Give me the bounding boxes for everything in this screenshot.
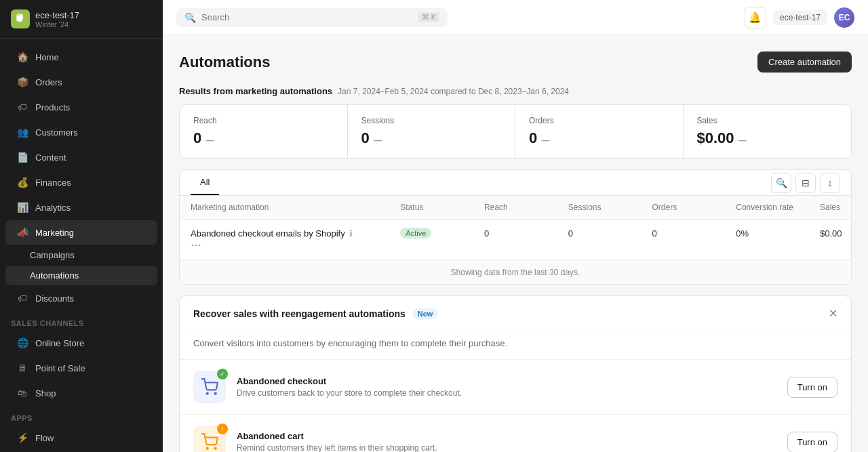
svg-point-1	[215, 393, 216, 394]
store-indicator: ece-test-17	[773, 10, 827, 25]
store-name: ece-test-17	[35, 10, 79, 20]
results-header: Results from marketing automations Jan 7…	[179, 86, 852, 96]
table-footer-note: Showing data from the last 30 days.	[180, 260, 851, 284]
page-body: Automations Create automation Results fr…	[163, 35, 868, 452]
automation-item-desc: Drive customers back to your store to co…	[237, 388, 776, 398]
automation-item-cart: ! Abandoned cart Remind customers they l…	[180, 414, 851, 452]
metric-reach: Reach 0 —	[180, 105, 348, 158]
checkout-badge: ✓	[217, 369, 228, 379]
bell-icon: 🔔	[749, 12, 762, 24]
filter-icon: ⊟	[802, 178, 810, 188]
sidebar-nav: 🏠 Home 📦 Orders 🏷 Products 👥 Customers 📄…	[0, 39, 163, 452]
avatar[interactable]: EC	[834, 7, 854, 28]
create-automation-button[interactable]: Create automation	[757, 52, 852, 73]
metric-reach-value: 0 —	[193, 129, 334, 147]
metric-sessions-compare: —	[374, 136, 382, 145]
search-bar[interactable]: 🔍 ⌘ K	[176, 8, 448, 27]
sidebar-item-flow[interactable]: ⚡ Flow	[5, 426, 157, 450]
products-icon: 🏷	[16, 101, 28, 113]
sort-button[interactable]: ↕	[820, 173, 840, 193]
sidebar-item-campaigns[interactable]: Campaigns	[5, 245, 157, 265]
sidebar-item-shop[interactable]: 🛍 Shop	[5, 381, 157, 405]
sidebar-sub-label: Automations	[30, 270, 79, 281]
table-filter-group: 🔍 ⊟ ↕	[771, 173, 840, 193]
sidebar-item-content[interactable]: 📄 Content	[5, 145, 157, 169]
sidebar-item-label: Shop	[35, 388, 56, 398]
info-icon[interactable]: ℹ	[349, 228, 353, 239]
analytics-icon: 📊	[16, 201, 28, 213]
automation-info-cart: Abandoned cart Remind customers they lef…	[237, 431, 776, 452]
metric-orders: Orders 0 —	[515, 105, 684, 158]
sidebar-item-customers[interactable]: 👥 Customers	[5, 120, 157, 144]
sidebar-item-automations[interactable]: Automations	[5, 266, 157, 285]
turn-on-cart-button[interactable]: Turn on	[787, 432, 837, 453]
shop-icon: 🛍	[16, 387, 28, 399]
metric-sessions-value: 0 —	[361, 129, 502, 147]
recover-title-group: Recover sales with reengagement automati…	[193, 308, 438, 319]
metric-reach-label: Reach	[193, 116, 334, 125]
sidebar: ece-test-17 Winter '24 🏠 Home 📦 Orders 🏷…	[0, 0, 163, 452]
tab-all[interactable]: All	[191, 170, 219, 195]
col-reach: Reach	[484, 203, 568, 212]
sidebar-item-discounts[interactable]: 🏷 Discounts	[5, 286, 157, 310]
automation-item-title: Abandoned cart	[237, 431, 776, 441]
automations-table: Marketing automation Status Reach Sessio…	[179, 195, 852, 285]
recover-card: Recover sales with reengagement automati…	[179, 295, 852, 452]
results-date: Jan 7, 2024–Feb 5, 2024 compared to Dec …	[338, 87, 569, 96]
sales-channels-label: Sales channels	[0, 311, 163, 330]
sidebar-item-label: Home	[35, 52, 59, 62]
search-icon: 🔍	[776, 178, 787, 188]
search-input[interactable]	[201, 12, 413, 22]
automation-item-checkout: ✓ Abandoned checkout Drive customers bac…	[180, 359, 851, 414]
automation-sales: $0.00	[820, 228, 840, 239]
marketing-icon: 📣	[16, 226, 28, 239]
search-icon: 🔍	[184, 12, 196, 23]
sidebar-item-online-store[interactable]: 🌐 Online Store	[5, 331, 157, 355]
shopify-logo-icon	[11, 9, 30, 28]
col-sessions: Sessions	[568, 203, 652, 212]
sidebar-item-label: Finances	[35, 178, 71, 188]
metric-orders-label: Orders	[529, 116, 669, 125]
metric-orders-value: 0 —	[529, 129, 669, 147]
metric-sales-value: $0.00 —	[697, 129, 838, 147]
store-badge: Winter '24	[35, 20, 79, 28]
notification-button[interactable]: 🔔	[745, 7, 766, 28]
automation-conversion: 0%	[736, 228, 820, 239]
sidebar-item-analytics[interactable]: 📊 Analytics	[5, 195, 157, 220]
sidebar-item-point-of-sale[interactable]: 🖥 Point of Sale	[5, 356, 157, 380]
svg-point-2	[207, 448, 208, 449]
col-orders: Orders	[652, 203, 736, 212]
sidebar-item-orders[interactable]: 📦 Orders	[5, 70, 157, 94]
home-icon: 🏠	[16, 51, 28, 63]
tab-group: All	[191, 170, 219, 195]
sidebar-item-products[interactable]: 🏷 Products	[5, 95, 157, 119]
row-more-button[interactable]: ⋯	[191, 239, 400, 251]
topbar: 🔍 ⌘ K 🔔 ece-test-17 EC	[163, 0, 868, 35]
content-icon: 📄	[16, 151, 28, 163]
sidebar-logo[interactable]: ece-test-17 Winter '24	[0, 0, 163, 39]
recover-close-button[interactable]: ✕	[829, 307, 837, 320]
table-header: Marketing automation Status Reach Sessio…	[180, 196, 851, 220]
sidebar-item-marketing[interactable]: 📣 Marketing	[5, 220, 157, 245]
metric-sessions-label: Sessions	[361, 116, 502, 125]
sidebar-item-home[interactable]: 🏠 Home	[5, 45, 157, 69]
new-badge: New	[412, 308, 439, 319]
automation-info-checkout: Abandoned checkout Drive customers back …	[237, 376, 776, 398]
finances-icon: 💰	[16, 176, 28, 188]
checkout-icon: ✓	[193, 371, 226, 403]
recover-header: Recover sales with reengagement automati…	[180, 296, 851, 331]
col-automation: Marketing automation	[191, 203, 400, 212]
recover-title: Recover sales with reengagement automati…	[193, 308, 406, 319]
sidebar-item-label: Online Store	[35, 338, 84, 348]
sidebar-item-finances[interactable]: 💰 Finances	[5, 170, 157, 194]
sidebar-item-label: Point of Sale	[35, 363, 85, 373]
cart-badge: !	[217, 424, 228, 434]
sidebar-item-label: Flow	[35, 433, 54, 443]
metric-sales-label: Sales	[697, 116, 838, 125]
metrics-grid: Reach 0 — Sessions 0 — Orders 0 —	[179, 104, 852, 159]
turn-on-checkout-button[interactable]: Turn on	[787, 377, 837, 398]
sort-icon: ↕	[828, 178, 833, 188]
discounts-icon: 🏷	[16, 292, 28, 304]
filter-button[interactable]: ⊟	[795, 173, 816, 193]
filter-search-button[interactable]: 🔍	[771, 173, 791, 193]
